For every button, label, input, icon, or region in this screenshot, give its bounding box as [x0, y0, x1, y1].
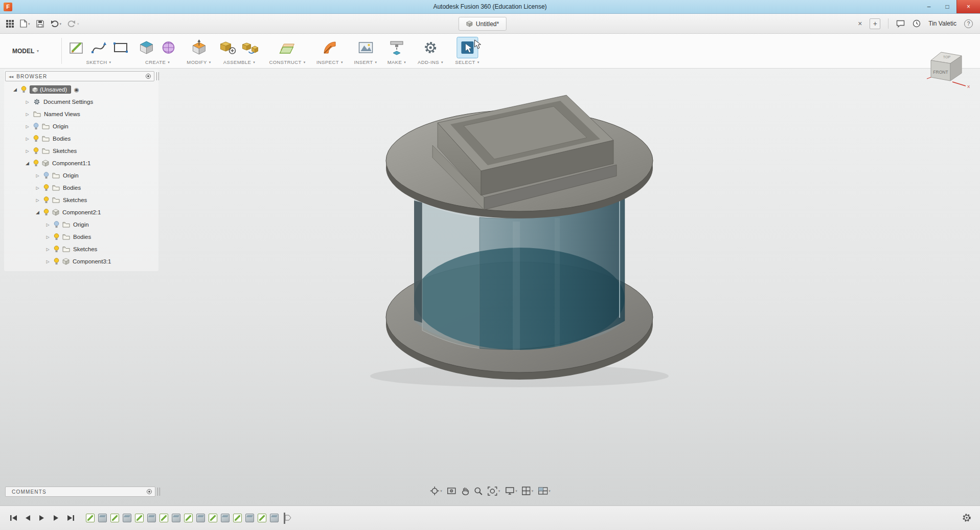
orbit-button[interactable]: ▾ [429, 486, 442, 496]
timeline-feature-sketch-icon[interactable] [233, 514, 242, 522]
timeline-feature-extrude-icon[interactable] [98, 514, 107, 522]
tree-item-component2[interactable]: ◢ Component2:1 [35, 206, 101, 218]
create-sketch-icon[interactable] [66, 37, 87, 58]
go-to-end-button[interactable] [65, 514, 76, 523]
timeline-feature-extrude-icon[interactable] [123, 514, 131, 522]
file-menu-icon[interactable]: ▾ [20, 19, 30, 28]
close-button[interactable]: × [956, 0, 980, 13]
expand-arrow-icon[interactable]: ◢ [25, 161, 30, 166]
look-at-button[interactable] [447, 487, 457, 495]
go-to-start-button[interactable] [8, 514, 18, 523]
tree-item-origin[interactable]: ▷ Origin [45, 218, 89, 231]
tree-item-named-views[interactable]: ▷ Named Views [25, 108, 80, 120]
visibility-bulb-off-icon[interactable] [54, 221, 59, 229]
workspace-selector[interactable]: MODEL ▾ [12, 34, 39, 68]
viewports-button[interactable]: ▾ [538, 487, 551, 495]
comments-toggle-icon[interactable] [147, 489, 152, 494]
save-icon[interactable] [36, 20, 44, 28]
minimize-button[interactable]: – [920, 0, 938, 13]
activate-component-radio[interactable]: ◉ [74, 87, 79, 93]
tree-item-sketches[interactable]: ▷ Sketches [25, 145, 77, 157]
expand-arrow-icon[interactable]: ▷ [45, 247, 51, 252]
expand-arrow-icon[interactable]: ▷ [45, 235, 51, 239]
expand-arrow-icon[interactable]: ▷ [35, 186, 40, 190]
spline-tool-icon[interactable] [88, 37, 109, 58]
construct-menu[interactable]: CONSTRUCT▾ [269, 59, 305, 65]
tree-item-origin[interactable]: ▷ Origin [25, 120, 69, 132]
select-tool-icon[interactable] [457, 37, 477, 58]
tree-item-sketches[interactable]: ▷ Sketches [45, 243, 97, 255]
timeline-feature-extrude-icon[interactable] [270, 514, 279, 522]
timeline-feature-extrude-icon[interactable] [196, 514, 205, 522]
visibility-bulb-icon[interactable] [54, 258, 59, 266]
tree-item-bodies[interactable]: ▷ Bodies [45, 231, 91, 243]
expand-arrow-icon[interactable]: ▷ [25, 112, 30, 117]
new-tab-button[interactable]: + [870, 18, 880, 29]
visibility-bulb-icon[interactable] [21, 86, 27, 94]
expand-arrow-icon[interactable]: ▷ [45, 259, 51, 264]
fit-view-button[interactable]: ▾ [488, 487, 500, 496]
user-account-button[interactable]: Tin Valetic [928, 20, 956, 27]
timeline-feature-extrude-icon[interactable] [172, 514, 180, 522]
insert-canvas-icon[interactable] [355, 37, 376, 58]
visibility-bulb-icon[interactable] [33, 147, 39, 155]
visibility-bulb-icon[interactable] [54, 246, 59, 253]
recent-activity-clock-icon[interactable] [913, 19, 921, 28]
tree-item-root[interactable]: ◢ (Unsaved) ◉ [12, 83, 79, 96]
timeline-settings-gear-icon[interactable] [962, 513, 972, 525]
expand-arrow-icon[interactable]: ▷ [35, 198, 40, 203]
make-menu[interactable]: MAKE▾ [388, 59, 406, 65]
comments-bar[interactable]: COMMENTS [5, 487, 155, 497]
visibility-bulb-icon[interactable] [43, 184, 49, 192]
zoom-button[interactable] [474, 487, 483, 496]
rectangle-tool-icon[interactable] [110, 37, 131, 58]
timeline-feature-extrude-icon[interactable] [147, 514, 156, 522]
close-tab-icon[interactable]: × [858, 19, 862, 28]
display-settings-button[interactable]: ▾ [505, 487, 517, 495]
expand-arrow-icon[interactable]: ▷ [25, 149, 30, 153]
expand-arrow-icon[interactable]: ▷ [35, 173, 40, 178]
comments-panel-grip[interactable] [157, 488, 160, 496]
timeline-scrubber[interactable] [283, 512, 292, 524]
timeline-feature-sketch-icon[interactable] [159, 514, 168, 522]
tree-item-origin[interactable]: ▷ Origin [35, 169, 79, 182]
collapse-panel-icon[interactable]: ◀◀ [6, 75, 16, 78]
step-forward-button[interactable] [51, 514, 61, 523]
tree-item-sketches[interactable]: ▷ Sketches [35, 194, 87, 206]
press-pull-icon[interactable] [189, 37, 209, 58]
create-menu[interactable]: CREATE▾ [145, 59, 170, 65]
sketch-menu[interactable]: SKETCH▾ [86, 59, 111, 65]
expand-arrow-icon[interactable]: ▷ [45, 223, 51, 227]
comments-bubble-icon[interactable] [896, 20, 905, 28]
joint-icon[interactable] [240, 37, 261, 58]
expand-arrow-icon[interactable]: ▷ [25, 100, 30, 104]
tree-item-component1[interactable]: ◢ Component1:1 [25, 157, 90, 169]
grid-settings-button[interactable]: ▾ [522, 487, 534, 495]
timeline-feature-sketch-icon[interactable] [135, 514, 144, 522]
modify-menu[interactable]: MODIFY▾ [187, 59, 211, 65]
browser-panel-grip[interactable] [156, 72, 159, 80]
visibility-bulb-icon[interactable] [43, 196, 49, 204]
document-tab[interactable]: Untitled* [459, 17, 507, 31]
viewcube[interactable]: TOP FRONT X [923, 45, 970, 90]
tree-item-bodies[interactable]: ▷ Bodies [35, 182, 81, 194]
pan-button[interactable] [461, 487, 469, 496]
data-panel-grid-icon[interactable] [6, 20, 14, 28]
timeline-feature-sketch-icon[interactable] [184, 514, 193, 522]
measure-icon[interactable] [320, 37, 340, 58]
inspect-menu[interactable]: INSPECT▾ [316, 59, 343, 65]
step-back-button[interactable] [22, 514, 33, 523]
select-menu[interactable]: SELECT▾ [455, 59, 479, 65]
expand-arrow-icon[interactable]: ◢ [35, 210, 40, 215]
redo-icon[interactable]: ▾ [67, 20, 79, 28]
make-3dprint-icon[interactable] [386, 37, 407, 58]
timeline-feature-sketch-icon[interactable] [110, 514, 119, 522]
insert-menu[interactable]: INSERT▾ [354, 59, 377, 65]
create-solid-icon[interactable] [136, 37, 157, 58]
help-button[interactable]: ? [964, 19, 973, 28]
timeline-feature-sketch-icon[interactable] [86, 514, 95, 522]
addins-gear-icon[interactable] [420, 37, 441, 58]
visibility-bulb-off-icon[interactable] [33, 123, 39, 130]
expand-arrow-icon[interactable]: ▷ [25, 137, 30, 141]
timeline-feature-sketch-icon[interactable] [209, 514, 217, 522]
